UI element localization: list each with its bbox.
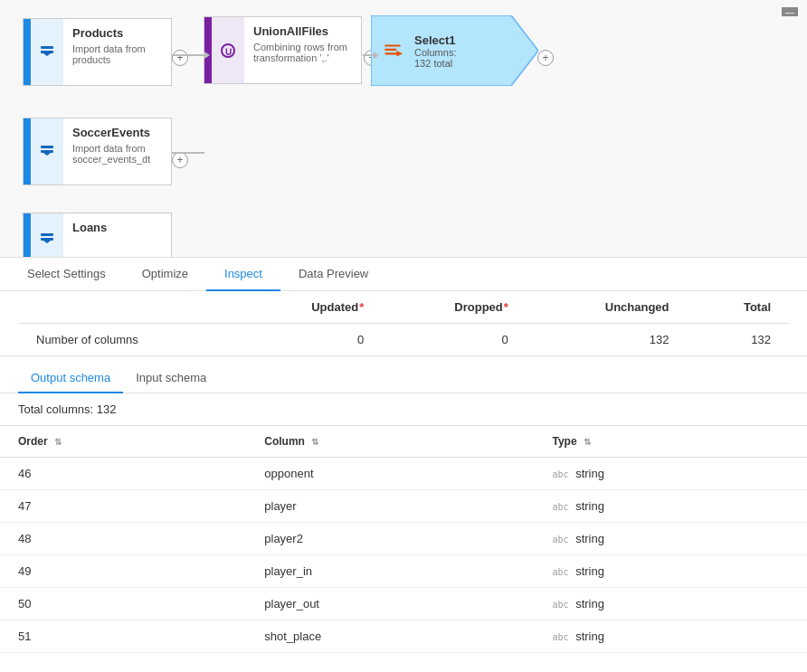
- type-sort-icon: ⇅: [584, 437, 591, 447]
- type-value: string: [575, 467, 604, 480]
- type-badge: abc: [552, 469, 568, 479]
- table-row: 47 player abc string: [0, 490, 807, 523]
- column-cell: opponent: [246, 458, 534, 490]
- row-label: Number of columns: [18, 324, 240, 356]
- type-header[interactable]: Type ⇅: [534, 426, 807, 458]
- dropped-header: Dropped: [382, 291, 527, 324]
- column-cell: player2: [246, 523, 534, 555]
- row-label-header: [18, 291, 240, 324]
- type-value: string: [575, 597, 604, 610]
- order-cell: 51: [0, 620, 246, 653]
- type-cell: abc string: [534, 523, 807, 555]
- table-row: 49 player_in abc string: [0, 555, 807, 588]
- schema-data-table: Order ⇅ Column ⇅ Type ⇅ 46 opponent abc …: [0, 426, 807, 653]
- select-icon: [383, 41, 403, 61]
- type-cell: abc string: [534, 490, 807, 523]
- tab-select-settings[interactable]: Select Settings: [9, 258, 124, 291]
- schema-tab-input[interactable]: Input schema: [123, 364, 219, 393]
- union-node[interactable]: ∪ UnionAllFiles Combining rows from tran…: [204, 16, 362, 84]
- soccer-node[interactable]: SoccerEvents Import data from soccer_eve…: [23, 118, 172, 185]
- type-badge: abc: [552, 502, 568, 512]
- svg-rect-9: [385, 44, 401, 46]
- type-cell: abc string: [534, 588, 807, 620]
- svg-rect-10: [385, 49, 396, 51]
- schema-table-body: 46 opponent abc string 47 player abc str…: [0, 458, 807, 653]
- tab-inspect[interactable]: Inspect: [206, 258, 280, 291]
- stats-section: Updated Dropped Unchanged Total Number o…: [0, 291, 807, 356]
- type-badge: abc: [552, 632, 568, 642]
- svg-rect-2: [41, 146, 53, 148]
- order-cell: 49: [0, 555, 246, 588]
- order-cell: 48: [0, 523, 246, 555]
- svg-rect-4: [41, 233, 53, 236]
- select-node[interactable]: Select1 Columns: 132 total: [371, 15, 538, 86]
- products-subtitle: Import data from products: [72, 43, 162, 65]
- soccer-import-icon: [31, 118, 63, 185]
- products-node[interactable]: Products Import data from products: [23, 18, 172, 86]
- add-after-select[interactable]: +: [537, 50, 554, 66]
- column-cell: player_out: [246, 588, 534, 620]
- svg-rect-0: [41, 46, 53, 49]
- tab-optimize[interactable]: Optimize: [124, 258, 206, 291]
- import-icon: [31, 19, 63, 85]
- order-cell: 46: [0, 458, 246, 490]
- total-value: 132: [688, 324, 789, 356]
- soccer-title: SoccerEvents: [72, 126, 162, 139]
- order-cell: 47: [0, 490, 246, 523]
- order-cell: 50: [0, 588, 246, 620]
- union-icon: ∪: [212, 17, 244, 83]
- union-title: UnionAllFiles: [253, 24, 352, 38]
- table-header-row: Order ⇅ Column ⇅ Type ⇅: [0, 426, 807, 458]
- node-accent: [24, 19, 31, 85]
- column-sort-icon: ⇅: [311, 437, 318, 447]
- select-inner: Select1 Columns: 132 total: [371, 15, 538, 86]
- select-icon-wrap: [376, 41, 409, 61]
- order-sort-icon: ⇅: [54, 437, 62, 447]
- add-after-soccer[interactable]: +: [172, 152, 188, 168]
- data-table-section[interactable]: Order ⇅ Column ⇅ Type ⇅ 46 opponent abc …: [0, 426, 807, 653]
- connector-soccer-union: [172, 152, 204, 154]
- type-value: string: [575, 499, 604, 513]
- type-cell: abc string: [534, 620, 807, 653]
- loans-content: Loans: [63, 213, 171, 258]
- loans-import-icon: [31, 213, 63, 258]
- soccer-content: SoccerEvents Import data from soccer_eve…: [63, 118, 171, 185]
- schema-tabs: Output schema Input schema: [0, 356, 807, 393]
- table-row: 48 player2 abc string: [0, 523, 807, 555]
- select-text-content: Select1 Columns: 132 total: [409, 26, 461, 76]
- union-accent: [204, 17, 212, 83]
- type-value: string: [575, 532, 604, 545]
- type-value: string: [575, 564, 604, 578]
- schema-tab-output[interactable]: Output schema: [18, 364, 123, 393]
- column-header[interactable]: Column ⇅: [246, 426, 534, 458]
- order-header[interactable]: Order ⇅: [0, 426, 246, 458]
- svg-marker-12: [396, 51, 403, 57]
- updated-value: 0: [240, 324, 382, 356]
- tabs-bar: Select Settings Optimize Inspect Data Pr…: [0, 258, 807, 291]
- column-cell: player: [246, 490, 534, 523]
- loans-node[interactable]: Loans: [23, 213, 172, 258]
- type-cell: abc string: [534, 555, 807, 588]
- dropped-value: 0: [382, 324, 527, 356]
- stats-table: Updated Dropped Unchanged Total Number o…: [18, 291, 789, 355]
- table-row: 51 shot_place abc string: [0, 620, 807, 653]
- type-badge: abc: [552, 535, 568, 544]
- select-columns-value: 132 total: [414, 58, 456, 69]
- type-cell: abc string: [534, 458, 807, 490]
- union-subtitle: Combining rows from transformation ',.': [253, 42, 352, 63]
- union-content: UnionAllFiles Combining rows from transf…: [244, 17, 361, 83]
- column-cell: player_in: [246, 555, 534, 588]
- select-columns-label: Columns:: [414, 47, 456, 58]
- table-row: 50 player_out abc string: [0, 588, 807, 620]
- type-badge: abc: [552, 567, 568, 577]
- column-cell: shot_place: [246, 620, 534, 653]
- node-accent: [24, 118, 31, 185]
- connector-products-union: [172, 52, 210, 59]
- tab-data-preview[interactable]: Data Preview: [280, 258, 386, 291]
- svg-rect-11: [385, 52, 398, 54]
- updated-header: Updated: [240, 291, 382, 324]
- select-title: Select1: [414, 33, 456, 47]
- type-badge: abc: [552, 600, 568, 610]
- collapse-button[interactable]: —: [782, 7, 798, 16]
- unchanged-header: Unchanged: [527, 291, 688, 324]
